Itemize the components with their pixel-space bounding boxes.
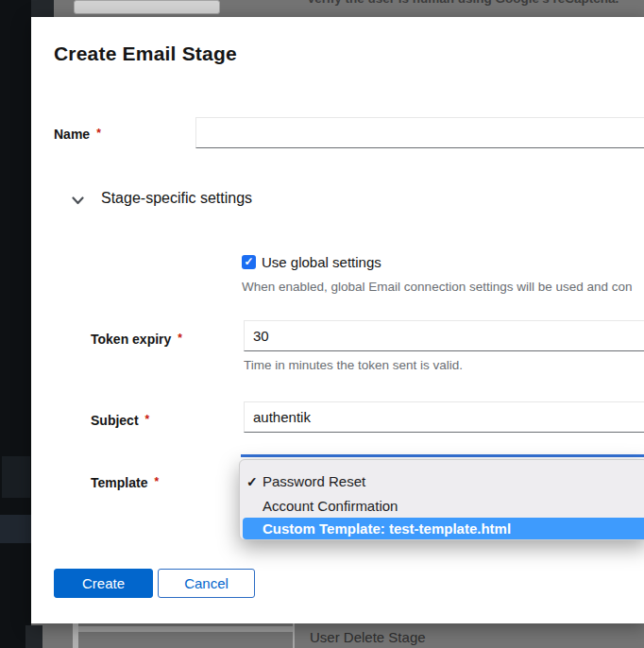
required-asterisk: * bbox=[154, 475, 159, 488]
background-recaptcha-text-clip: Verify the user is human using Google's … bbox=[227, 0, 644, 8]
backdrop-texture-top bbox=[31, 0, 54, 17]
use-global-settings-label[interactable]: Use global settings bbox=[262, 254, 381, 270]
dropdown-option-password-reset[interactable]: ✓ Password Reset bbox=[240, 469, 644, 494]
chevron-down-icon[interactable] bbox=[72, 196, 84, 205]
template-label: Template* bbox=[91, 475, 159, 490]
modal-title: Create Email Stage bbox=[54, 43, 237, 65]
screen: Verify the user is human using Google's … bbox=[0, 0, 644, 648]
backdrop-texture-bottom bbox=[25, 625, 42, 648]
use-global-settings-checkbox[interactable]: ✓ bbox=[242, 255, 256, 269]
template-dropdown-popup: ✓ Password Reset Account Confirmation Cu… bbox=[239, 459, 644, 540]
subject-input[interactable] bbox=[244, 401, 644, 433]
subject-label: Subject* bbox=[91, 413, 149, 428]
selected-check-icon: ✓ bbox=[246, 469, 258, 494]
use-global-settings-helper: When enabled, global Email connection se… bbox=[242, 280, 644, 294]
background-column-border bbox=[293, 623, 295, 648]
create-button[interactable]: Create bbox=[54, 569, 153, 598]
dropdown-option-account-confirmation[interactable]: Account Confirmation bbox=[240, 494, 644, 519]
template-label-text: Template bbox=[91, 475, 147, 490]
subject-label-text: Subject bbox=[91, 413, 139, 428]
option-label: Custom Template: test-template.html bbox=[263, 518, 511, 539]
background-recaptcha-text: Verify the user is human using Google's … bbox=[307, 0, 619, 6]
token-expiry-label-text: Token expiry bbox=[91, 332, 171, 347]
app-sidebar bbox=[0, 0, 31, 648]
required-asterisk: * bbox=[178, 332, 182, 345]
name-input[interactable] bbox=[195, 117, 644, 148]
background-row-border bbox=[78, 626, 293, 632]
option-label: Account Confirmation bbox=[263, 494, 398, 519]
token-expiry-label: Token expiry* bbox=[91, 332, 182, 347]
sidebar-item-highlight-2 bbox=[0, 515, 31, 543]
sidebar-item-highlight bbox=[2, 456, 30, 498]
required-asterisk: * bbox=[96, 127, 101, 140]
group-header-stage-specific-settings[interactable]: Stage-specific settings bbox=[101, 190, 252, 207]
required-asterisk: * bbox=[145, 413, 150, 426]
create-email-stage-modal: Create Email Stage Name* Stage-specific … bbox=[31, 17, 644, 623]
option-label: Password Reset bbox=[263, 469, 365, 494]
template-select-focus-border bbox=[241, 454, 644, 457]
name-label: Name* bbox=[54, 127, 101, 142]
token-expiry-input[interactable] bbox=[244, 320, 644, 351]
background-row-label: User Delete Stage bbox=[310, 629, 426, 645]
cancel-button[interactable]: Cancel bbox=[158, 569, 255, 598]
checkbox-check-icon: ✓ bbox=[244, 255, 253, 268]
name-label-text: Name bbox=[54, 127, 90, 142]
dropdown-option-custom-template[interactable]: Custom Template: test-template.html bbox=[243, 518, 644, 539]
background-table-cell bbox=[74, 0, 220, 14]
token-expiry-helper: Time in minutes the token sent is valid. bbox=[244, 358, 644, 372]
